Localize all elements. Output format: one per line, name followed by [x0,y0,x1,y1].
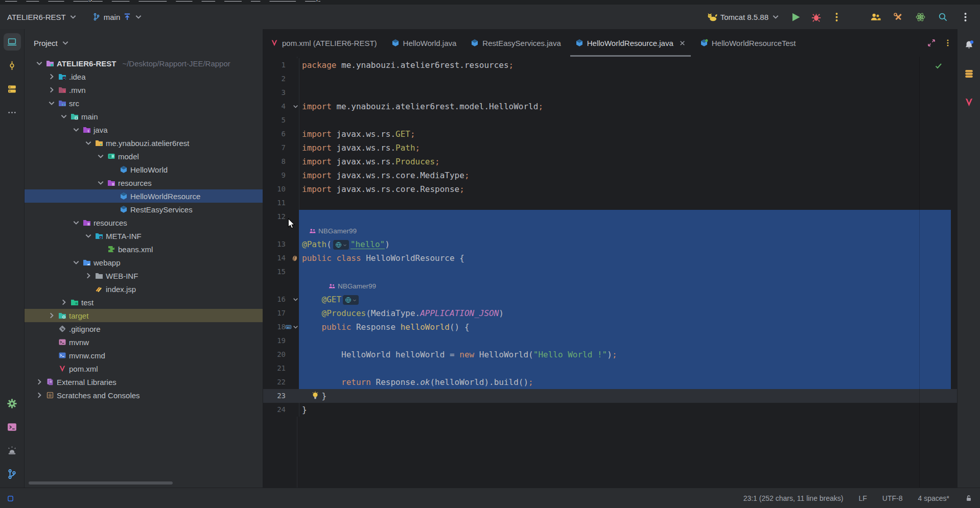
menu-item-code[interactable]: Code [112,0,130,2]
line-number[interactable]: 10 [263,182,288,196]
tab-helloworld-java[interactable]: HelloWorld.java [384,29,464,57]
code-line-10[interactable]: 10import javax.ws.rs.core.Response; [263,182,957,196]
chevron-down-icon[interactable] [72,219,80,227]
line-number[interactable]: 6 [263,127,288,141]
code-text[interactable] [299,113,951,127]
code-text[interactable]: NBGamer99 [299,224,951,237]
line-number[interactable]: 23 [263,389,288,403]
tree-item-meta-inf[interactable]: META-INF [25,229,263,243]
gutter[interactable] [288,100,299,113]
kebab-white-button[interactable] [958,9,973,25]
code-line-11[interactable]: 11 [263,196,957,210]
line-number[interactable]: 12 [263,210,288,224]
code-line-16[interactable]: 16 @GET [263,293,957,306]
settings-tool-button[interactable] [4,395,21,412]
url-inlay[interactable] [343,295,359,305]
code-text[interactable]: import javax.ws.rs.core.Response; [299,182,951,196]
gutter[interactable] [288,141,299,155]
tree-item-main[interactable]: main [25,110,263,123]
tree-item-mvn[interactable]: .mvn [25,83,263,96]
gutter[interactable] [288,155,299,168]
code-line-17[interactable]: 17 @Produces(MediaType.APPLICATION_JSON) [263,306,957,320]
code-line-2[interactable]: 2 [263,72,957,86]
expand-button[interactable] [927,39,936,47]
tree-item-target[interactable]: target [25,309,263,322]
code-line-8[interactable]: 8import javax.ws.rs.Produces; [263,155,957,168]
code-author-inlay[interactable]: NBGamer99 [309,227,357,235]
code-text[interactable]: return Response.ok(helloWorld).build(); [299,375,951,389]
code-line-9[interactable]: 9import javax.ws.rs.core.MediaType; [263,168,957,182]
intention-bulb-icon[interactable] [311,391,320,400]
code-text[interactable] [299,196,951,210]
tree-item-gitignore[interactable]: .gitignore [25,322,263,335]
run-configuration-widget[interactable]: Tomcat 8.5.88 [707,12,780,22]
line-number[interactable]: 8 [263,155,288,168]
encoding-widget[interactable]: UTF-8 [882,494,903,502]
chevron-right-icon[interactable] [60,298,68,306]
tree-item-external-libraries[interactable]: External Libraries [25,375,263,389]
menu-item-edit[interactable]: Edit [26,0,39,2]
line-number[interactable]: 11 [263,196,288,210]
menu-item-window[interactable]: Window [270,0,296,2]
gutter[interactable] [288,293,299,306]
code-text[interactable]: public class HelloWorldResource { [299,251,951,265]
line-number[interactable]: 19 [263,334,288,348]
more-tool-button[interactable] [4,104,21,121]
tab-resteasyservices-java[interactable]: RestEasyServices.java [463,29,568,57]
line-number[interactable]: 17 [263,306,288,320]
code-line-20[interactable]: 20 HelloWorld helloWorld = new HelloWorl… [263,348,957,361]
inlay-row[interactable]: NBGamer99 [263,224,957,237]
tools-button[interactable] [890,9,905,25]
tree-item-idea[interactable]: .idea [25,70,263,83]
line-number[interactable]: 18 [263,320,288,334]
code-text[interactable]: public Response helloWorld() { [299,320,951,334]
tree-item-src[interactable]: src [25,96,263,110]
chevron-right-icon[interactable] [35,378,43,386]
code-line-12[interactable]: 12 [263,210,957,224]
chevron-down-icon[interactable] [72,126,80,134]
gutter[interactable] [288,86,299,100]
code-text[interactable]: import javax.ws.rs.Produces; [299,155,951,168]
tree-item-atelier6-rest[interactable]: ATELIER6-REST~/Desktop/Rapport-JEE/Rappo… [25,57,263,70]
indent-widget[interactable]: 4 spaces* [918,494,949,502]
kebab-yellow-button[interactable] [829,9,844,25]
code-line-1[interactable]: 1package me.ynabouzi.atelier6rest.resour… [263,58,957,72]
tab-options-button[interactable] [944,39,952,47]
code-line-5[interactable]: 5 [263,113,957,127]
chevron-right-icon[interactable] [48,72,56,81]
version-control-tool-button[interactable] [4,465,21,482]
code-line-24[interactable]: 24} [263,403,957,417]
chevron-right-icon[interactable] [35,391,43,399]
tree-item-webapp[interactable]: webapp [25,256,263,269]
menu-item-git[interactable]: Git [251,0,261,2]
chevron-right-icon[interactable] [84,272,92,280]
tree-item-java[interactable]: java [25,123,263,136]
gutter[interactable] [288,348,299,361]
close-icon[interactable] [679,40,686,46]
terminal-tool-button[interactable] [4,418,21,436]
tree-item-test[interactable]: test [25,296,263,309]
code-text[interactable]: NBGamer99 [299,279,951,293]
tree-item-resteasyservices[interactable]: RestEasyServices [25,203,263,216]
code-text[interactable]: import me.ynabouzi.atelier6rest.model.He… [299,100,951,113]
line-number[interactable]: 9 [263,168,288,182]
code-line-13[interactable]: 13@Path("hello") [263,237,957,251]
code-text[interactable]: HelloWorld helloWorld = new HelloWorld("… [299,348,951,361]
url-inlay[interactable] [333,240,349,250]
code-text[interactable] [299,334,951,348]
gutter[interactable] [288,389,299,403]
debug-button[interactable] [808,9,824,25]
project-panel-header[interactable]: Project [25,29,263,57]
line-separator-widget[interactable]: LF [859,494,867,502]
run-button[interactable] [788,9,803,25]
tree-item-resources[interactable]: resources [25,176,263,189]
chevron-down-icon[interactable] [60,112,68,120]
chevron-right-icon[interactable] [48,311,56,320]
fold-arrow-icon[interactable] [292,103,299,110]
fold-arrow-icon[interactable] [292,296,299,303]
chevron-down-icon[interactable] [97,179,105,187]
inspections-ok-icon[interactable] [935,62,943,70]
line-number[interactable]: 1 [263,58,288,72]
users-button[interactable] [868,9,883,25]
code-line-18[interactable]: 18API public Response helloWorld() { [263,320,957,334]
